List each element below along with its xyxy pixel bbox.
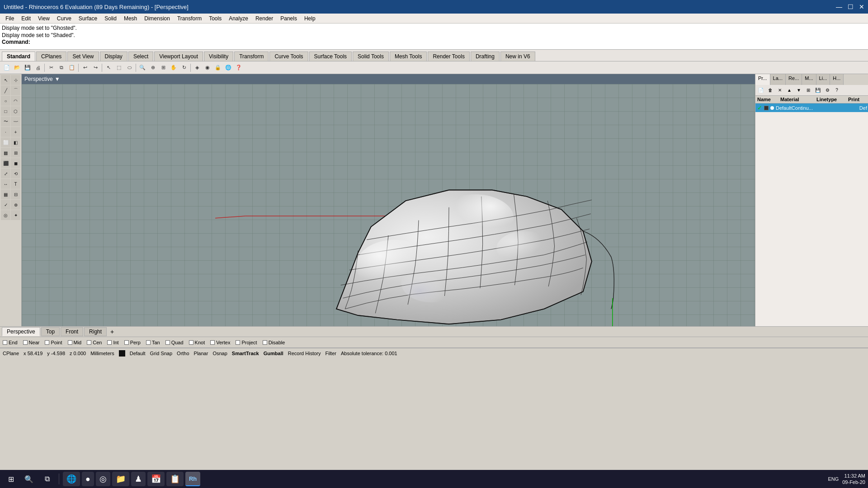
text-tool[interactable]: T xyxy=(11,179,20,189)
menu-transform[interactable]: Transform xyxy=(174,14,205,23)
rp-tab-render[interactable]: Re... xyxy=(786,74,802,85)
minimize-button[interactable]: — xyxy=(836,3,842,10)
copy-icon[interactable]: ⧉ xyxy=(57,63,66,73)
osnap-mid-checkbox[interactable] xyxy=(68,340,72,345)
viewport-dropdown[interactable]: ▼ xyxy=(55,76,60,82)
polygon-tool[interactable]: ⬡ xyxy=(11,106,20,116)
status-gumball[interactable]: Gumball xyxy=(264,351,283,356)
tab-surface-tools[interactable]: Surface Tools xyxy=(309,52,352,61)
arc-tool[interactable]: ◠ xyxy=(11,96,20,106)
osnap-quad-checkbox[interactable] xyxy=(165,340,170,345)
viewport-canvas[interactable]: X Y Z xyxy=(22,84,755,326)
viewport-tab-top[interactable]: Top xyxy=(41,327,60,336)
print-icon[interactable]: 🖨 xyxy=(33,63,43,73)
rp-delete-icon[interactable]: 🗑 xyxy=(766,86,775,95)
rp-filter-icon[interactable]: ⊞ xyxy=(804,86,813,95)
close-button[interactable]: ✕ xyxy=(859,3,864,10)
solid2-tool[interactable]: ◼ xyxy=(11,158,20,168)
tab-cplanes[interactable]: CPlanes xyxy=(36,52,66,61)
status-grid-snap[interactable]: Grid Snap xyxy=(150,351,173,356)
osnap-end[interactable]: End xyxy=(3,340,18,345)
dim-tool[interactable]: ↔ xyxy=(1,179,10,189)
zoom-icon[interactable]: 🔍 xyxy=(137,63,147,73)
taskbar-app3[interactable]: ◎ xyxy=(96,472,110,486)
search-button[interactable]: 🔍 xyxy=(21,471,37,487)
status-ortho[interactable]: Ortho xyxy=(177,351,189,356)
rp-tab-layers[interactable]: La... xyxy=(770,74,786,85)
rp-new-icon[interactable]: 📄 xyxy=(756,86,765,95)
point2-tool[interactable]: + xyxy=(11,127,20,137)
paste-icon[interactable]: 📋 xyxy=(67,63,77,73)
save-icon[interactable]: 💾 xyxy=(23,63,33,73)
taskbar-rhino[interactable]: Rh xyxy=(185,472,200,486)
osnap-cen-checkbox[interactable] xyxy=(87,340,91,345)
layout-tool[interactable]: ⊟ xyxy=(11,189,20,199)
osnap-tan-checkbox[interactable] xyxy=(146,340,151,345)
transform2-tool[interactable]: ⟲ xyxy=(11,169,20,178)
tab-render-tools[interactable]: Render Tools xyxy=(428,52,470,61)
viewport-add-button[interactable]: + xyxy=(108,327,117,336)
rp-tab-history[interactable]: H... xyxy=(830,74,844,85)
new-icon[interactable]: 📄 xyxy=(2,63,12,73)
tab-visibility[interactable]: Visibility xyxy=(204,52,233,61)
osnap-near-checkbox[interactable] xyxy=(23,340,28,345)
osnap-near[interactable]: Near xyxy=(23,340,40,345)
redo-icon[interactable]: ↪ xyxy=(90,63,100,73)
select2-tool[interactable]: ⊹ xyxy=(11,75,20,85)
command-input[interactable] xyxy=(30,39,866,45)
rp-settings-icon[interactable]: ⚙ xyxy=(823,86,832,95)
open-icon[interactable]: 📂 xyxy=(12,63,22,73)
curve-tool[interactable]: 〜 xyxy=(1,117,10,127)
render-icon[interactable]: ◈ xyxy=(192,63,202,73)
osnap-project[interactable]: Project xyxy=(236,340,257,345)
undo-icon[interactable]: ↩ xyxy=(80,63,90,73)
status-planar[interactable]: Planar xyxy=(194,351,208,356)
tab-display[interactable]: Display xyxy=(100,52,127,61)
window-select-icon[interactable]: ⬚ xyxy=(114,63,124,73)
osnap-point[interactable]: Point xyxy=(45,340,62,345)
status-smarttrack[interactable]: SmartTrack xyxy=(232,351,259,356)
lock-icon[interactable]: 🔒 xyxy=(213,63,223,73)
osnap-point-checkbox[interactable] xyxy=(45,340,49,345)
menu-file[interactable]: File xyxy=(2,14,18,23)
osnap-end-checkbox[interactable] xyxy=(3,340,7,345)
osnap-vertex-checkbox[interactable] xyxy=(210,340,215,345)
osnap-project-checkbox[interactable] xyxy=(236,340,240,345)
grid-tool[interactable]: ▦ xyxy=(1,189,10,199)
tab-curve-tools[interactable]: Curve Tools xyxy=(269,52,308,61)
rp-help-icon[interactable]: ? xyxy=(832,86,841,95)
task-view-button[interactable]: ⧉ xyxy=(39,471,55,487)
cut-icon[interactable]: ✂ xyxy=(46,63,56,73)
menu-curve[interactable]: Curve xyxy=(53,14,75,23)
circle-tool[interactable]: ○ xyxy=(1,96,10,106)
layer-row-default[interactable]: ✓ Default Continu... Def xyxy=(755,103,868,112)
globe-icon[interactable]: 🌐 xyxy=(223,63,233,73)
solid-tool[interactable]: ⬛ xyxy=(1,158,10,168)
mesh-tool[interactable]: ▦ xyxy=(1,148,10,158)
line-tool[interactable]: ╱ xyxy=(1,85,10,95)
snap-tool[interactable]: ◎ xyxy=(1,210,10,220)
tab-solid-tools[interactable]: Solid Tools xyxy=(353,52,389,61)
layer-color-swatch[interactable] xyxy=(764,106,769,110)
status-layer[interactable]: Default xyxy=(130,351,146,356)
tab-set-view[interactable]: Set View xyxy=(67,52,99,61)
tab-drafting[interactable]: Drafting xyxy=(471,52,500,61)
rp-close-icon[interactable]: ✕ xyxy=(775,86,784,95)
osnap-knot[interactable]: Knot xyxy=(189,340,205,345)
select-tool[interactable]: ↖ xyxy=(1,75,10,85)
analyze-tool[interactable]: ⊕ xyxy=(11,200,20,210)
menu-render[interactable]: Render xyxy=(252,14,277,23)
check-tool[interactable]: ✓ xyxy=(1,200,10,210)
transform-tool[interactable]: ⤢ xyxy=(1,169,10,178)
osnap-quad[interactable]: Quad xyxy=(165,340,184,345)
viewport-tab-right[interactable]: Right xyxy=(84,327,107,336)
osnap-int[interactable]: Int xyxy=(107,340,118,345)
menu-mesh[interactable]: Mesh xyxy=(120,14,141,23)
point-tool[interactable]: · xyxy=(1,127,10,137)
freeform-tool[interactable]: 〰 xyxy=(11,117,20,127)
menu-view[interactable]: View xyxy=(34,14,53,23)
status-record-history[interactable]: Record History xyxy=(288,351,321,356)
osnap-cen[interactable]: Cen xyxy=(87,340,102,345)
viewport-tab-perspective[interactable]: Perspective xyxy=(2,327,40,336)
render2-icon[interactable]: ◉ xyxy=(203,63,212,73)
